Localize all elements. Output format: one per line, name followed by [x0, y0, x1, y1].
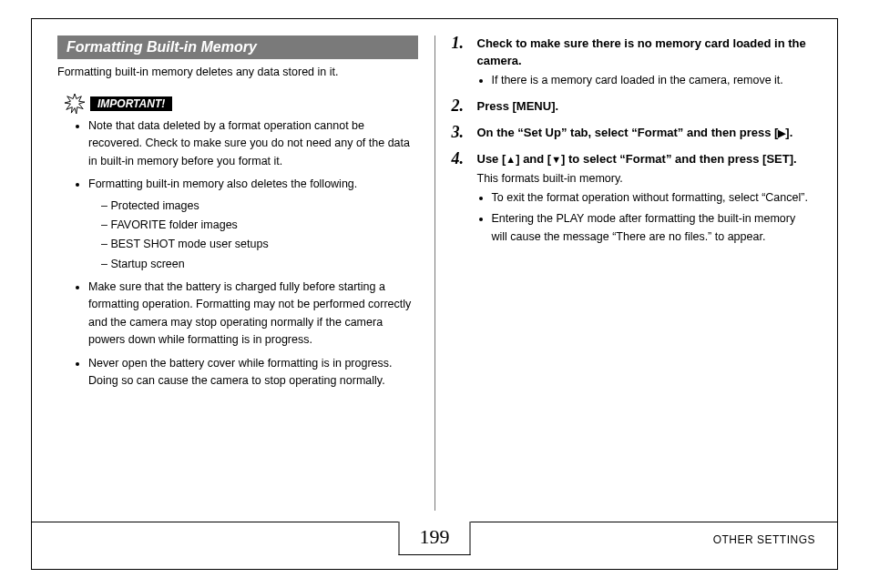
- column-divider: [434, 35, 435, 511]
- list-item: BEST SHOT mode user setups: [101, 236, 418, 253]
- step-heading-text: ] and [: [516, 152, 551, 166]
- step-item: Use [▲] and [▼] to select “Format” and t…: [452, 151, 813, 246]
- footer-section-label: OTHER SETTINGS: [713, 533, 815, 546]
- left-column: Formatting Built-in Memory Formatting bu…: [57, 35, 418, 511]
- manual-page: Formatting Built-in Memory Formatting bu…: [31, 18, 838, 570]
- step-heading-text: ].: [785, 126, 792, 139]
- step-body-text: This formats built-in memory.: [477, 170, 813, 188]
- up-triangle-icon: ▲: [506, 153, 516, 167]
- step-heading-text: Use [: [477, 152, 506, 166]
- list-item: Formatting built-in memory also deletes …: [88, 176, 418, 273]
- list-item: Startup screen: [101, 256, 418, 273]
- step-item: On the “Set Up” tab, select “Format” and…: [452, 125, 813, 142]
- intro-text: Formatting built-in memory deletes any d…: [57, 63, 418, 81]
- section-heading: Formatting Built-in Memory: [57, 35, 418, 59]
- step-heading: Press [MENU].: [477, 98, 813, 116]
- sub-list: Protected images FAVORITE folder images …: [88, 198, 418, 274]
- burst-icon: [65, 94, 85, 114]
- list-item: Protected images: [101, 198, 418, 215]
- step-heading: Use [▲] and [▼] to select “Format” and t…: [477, 151, 813, 168]
- list-item: Entering the PLAY mode after formatting …: [492, 210, 813, 246]
- list-item: Note that data deleted by a format opera…: [88, 117, 418, 170]
- step-item: Check to make sure there is no memory ca…: [452, 35, 813, 89]
- important-callout: IMPORTANT!: [65, 94, 418, 114]
- page-number: 199: [399, 522, 471, 555]
- important-list: Note that data deleted by a format opera…: [57, 117, 418, 390]
- page-footer: 199 OTHER SETTINGS: [32, 522, 837, 569]
- list-item-text: Formatting built-in memory also deletes …: [88, 177, 357, 190]
- step-bullets: If there is a memory card loaded in the …: [477, 72, 813, 89]
- two-column-layout: Formatting Built-in Memory Formatting bu…: [32, 19, 837, 511]
- procedure-steps: Check to make sure there is no memory ca…: [452, 35, 813, 246]
- step-heading-text: ] to select “Format” and then press [SET…: [561, 152, 797, 166]
- right-column: Check to make sure there is no memory ca…: [452, 35, 813, 511]
- list-item: Make sure that the battery is charged fu…: [88, 279, 418, 350]
- step-item: Press [MENU].: [452, 98, 813, 116]
- step-heading-text: On the “Set Up” tab, select “Format” and…: [477, 126, 779, 139]
- list-item: If there is a memory card loaded in the …: [492, 72, 813, 89]
- list-item: To exit the format operation without for…: [492, 189, 813, 207]
- svg-marker-0: [65, 94, 85, 114]
- list-item: Never open the battery cover while forma…: [88, 355, 418, 390]
- important-badge: IMPORTANT!: [90, 96, 172, 111]
- step-heading: Check to make sure there is no memory ca…: [477, 35, 813, 70]
- step-heading: On the “Set Up” tab, select “Format” and…: [477, 125, 813, 142]
- step-bullets: To exit the format operation without for…: [477, 189, 813, 246]
- down-triangle-icon: ▼: [551, 153, 561, 167]
- list-item: FAVORITE folder images: [101, 217, 418, 234]
